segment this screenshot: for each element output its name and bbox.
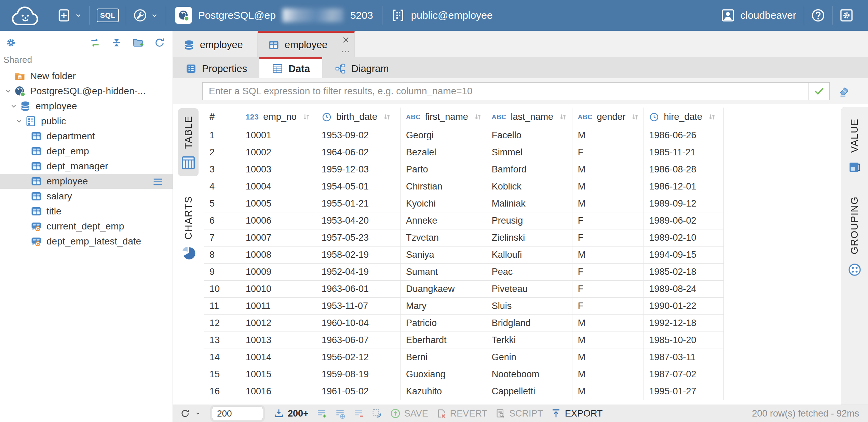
data-cell[interactable]: 1989-02-10 bbox=[643, 229, 724, 246]
tab-data[interactable]: Data bbox=[259, 57, 322, 78]
data-cell[interactable]: Sumant bbox=[401, 263, 486, 280]
tree-item-employee[interactable]: employee bbox=[0, 99, 173, 114]
data-cell[interactable]: 1985-02-18 bbox=[643, 263, 724, 280]
row-number-cell[interactable]: 2 bbox=[204, 144, 240, 161]
data-cell[interactable]: 1986-08-28 bbox=[643, 161, 724, 178]
row-number-cell[interactable]: 14 bbox=[204, 349, 240, 366]
row-number-cell[interactable]: 12 bbox=[204, 314, 240, 332]
collapse-all-button[interactable] bbox=[110, 37, 123, 48]
data-cell[interactable]: 1995-01-27 bbox=[643, 383, 724, 400]
data-cell[interactable]: 10014 bbox=[240, 349, 316, 366]
tab-diagram[interactable]: Diagram bbox=[322, 57, 401, 78]
data-cell[interactable]: Duangkaew bbox=[401, 280, 486, 297]
data-cell[interactable]: 1953-11-07 bbox=[316, 297, 401, 314]
tree-item-current-dept-emp[interactable]: current_dept_emp bbox=[0, 219, 173, 234]
data-cell[interactable]: 10004 bbox=[240, 178, 316, 195]
presentation-tab-charts[interactable]: CHARTS bbox=[178, 188, 198, 266]
data-cell[interactable]: 10010 bbox=[240, 280, 316, 297]
sort-icon[interactable] bbox=[630, 112, 640, 122]
data-cell[interactable]: 1958-02-19 bbox=[316, 246, 401, 263]
data-cell[interactable]: Eberhardt bbox=[401, 332, 486, 349]
editor-tab-employee-1[interactable]: employee bbox=[258, 31, 355, 57]
settings-button[interactable] bbox=[832, 0, 860, 31]
data-cell[interactable]: M bbox=[572, 383, 643, 400]
data-cell[interactable]: 1954-05-01 bbox=[316, 178, 401, 195]
chevron-down-icon[interactable] bbox=[8, 102, 19, 110]
connection-selector[interactable]: PostgreSQL@ep 5203 bbox=[166, 7, 382, 24]
row-number-cell[interactable]: 7 bbox=[204, 229, 240, 246]
data-cell[interactable]: Chirstian bbox=[401, 178, 486, 195]
column-header-last-name[interactable]: ABClast_name bbox=[486, 108, 572, 127]
chevron-down-icon[interactable] bbox=[3, 87, 14, 95]
data-cell[interactable]: Saniya bbox=[401, 246, 486, 263]
help-button[interactable] bbox=[804, 0, 832, 31]
row-number-cell[interactable]: 11 bbox=[204, 297, 240, 314]
refresh-tree-button[interactable] bbox=[153, 37, 166, 48]
data-cell[interactable]: 1990-01-22 bbox=[643, 297, 724, 314]
fetch-more-button[interactable]: 200+ bbox=[273, 408, 309, 419]
data-cell[interactable]: Guoxiang bbox=[401, 366, 486, 383]
data-cell[interactable]: Maliniak bbox=[486, 195, 572, 212]
data-cell[interactable]: M bbox=[572, 178, 643, 195]
data-cell[interactable]: 1959-08-19 bbox=[316, 366, 401, 383]
data-cell[interactable]: Kyoichi bbox=[401, 195, 486, 212]
editor-tab-employee-0[interactable]: employee bbox=[173, 31, 258, 57]
data-cell[interactable]: 1985-10-20 bbox=[643, 332, 724, 349]
tree-item-dept-manager[interactable]: dept_manager bbox=[0, 159, 173, 174]
data-cell[interactable]: 1963-06-07 bbox=[316, 332, 401, 349]
tree-item-dept-emp-latest-date[interactable]: dept_emp_latest_date bbox=[0, 234, 173, 249]
data-cell[interactable]: Bridgland bbox=[486, 314, 572, 332]
data-cell[interactable]: Berni bbox=[401, 349, 486, 366]
data-cell[interactable]: 1953-04-20 bbox=[316, 212, 401, 229]
sql-editor-button[interactable]: SQL bbox=[90, 0, 126, 31]
data-cell[interactable]: 1986-12-01 bbox=[643, 178, 724, 195]
add-row-button[interactable] bbox=[316, 408, 327, 419]
column-header-[interactable]: # bbox=[204, 108, 240, 127]
close-icon[interactable] bbox=[341, 36, 350, 44]
row-number-cell[interactable]: 15 bbox=[204, 366, 240, 383]
data-cell[interactable]: 10005 bbox=[240, 195, 316, 212]
sort-icon[interactable] bbox=[302, 112, 311, 122]
row-number-cell[interactable]: 10 bbox=[204, 280, 240, 297]
data-cell[interactable]: 1957-05-23 bbox=[316, 229, 401, 246]
data-cell[interactable]: Kalloufi bbox=[486, 246, 572, 263]
panel-toggle-grouping[interactable]: GROUPING bbox=[847, 196, 862, 277]
script-button[interactable]: SCRIPT bbox=[495, 408, 543, 419]
data-cell[interactable]: 10016 bbox=[240, 383, 316, 400]
data-cell[interactable]: 10012 bbox=[240, 314, 316, 332]
chevron-down-icon[interactable] bbox=[14, 117, 25, 125]
data-cell[interactable]: 1986-06-26 bbox=[643, 127, 724, 144]
data-cell[interactable]: 1987-07-02 bbox=[643, 366, 724, 383]
data-cell[interactable]: Terkki bbox=[486, 332, 572, 349]
data-cell[interactable]: Cappelletti bbox=[486, 383, 572, 400]
data-cell[interactable]: F bbox=[572, 229, 643, 246]
refresh-result-button[interactable] bbox=[180, 408, 202, 419]
cloudbeaver-logo-icon[interactable] bbox=[9, 3, 42, 28]
data-cell[interactable]: Kazuhito bbox=[401, 383, 486, 400]
new-folder-button[interactable] bbox=[132, 37, 145, 48]
row-number-cell[interactable]: 9 bbox=[204, 263, 240, 280]
panel-toggle-value[interactable]: VALUE bbox=[848, 118, 862, 174]
data-cell[interactable]: 1987-03-11 bbox=[643, 349, 724, 366]
row-number-cell[interactable]: 3 bbox=[204, 161, 240, 178]
tree-item-new-folder[interactable]: New folder bbox=[0, 69, 173, 84]
data-cell[interactable]: 1985-11-21 bbox=[643, 144, 724, 161]
sort-icon[interactable] bbox=[382, 112, 392, 122]
data-cell[interactable]: 10007 bbox=[240, 229, 316, 246]
data-cell[interactable]: Peac bbox=[486, 263, 572, 280]
data-cell[interactable]: M bbox=[572, 195, 643, 212]
data-cell[interactable]: Sluis bbox=[486, 297, 572, 314]
data-cell[interactable]: F bbox=[572, 263, 643, 280]
tree-item-employee[interactable]: employee bbox=[0, 174, 173, 189]
data-cell[interactable]: 1994-09-15 bbox=[643, 246, 724, 263]
data-cell[interactable]: 10011 bbox=[240, 297, 316, 314]
schema-selector[interactable]: public@employee bbox=[382, 9, 502, 22]
data-cell[interactable]: Facello bbox=[486, 127, 572, 144]
data-cell[interactable]: 10009 bbox=[240, 263, 316, 280]
data-cell[interactable]: F bbox=[572, 212, 643, 229]
data-cell[interactable]: Preusig bbox=[486, 212, 572, 229]
data-cell[interactable]: Parto bbox=[401, 161, 486, 178]
data-cell[interactable]: M bbox=[572, 127, 643, 144]
data-cell[interactable]: M bbox=[572, 314, 643, 332]
data-cell[interactable]: Nooteboom bbox=[486, 366, 572, 383]
